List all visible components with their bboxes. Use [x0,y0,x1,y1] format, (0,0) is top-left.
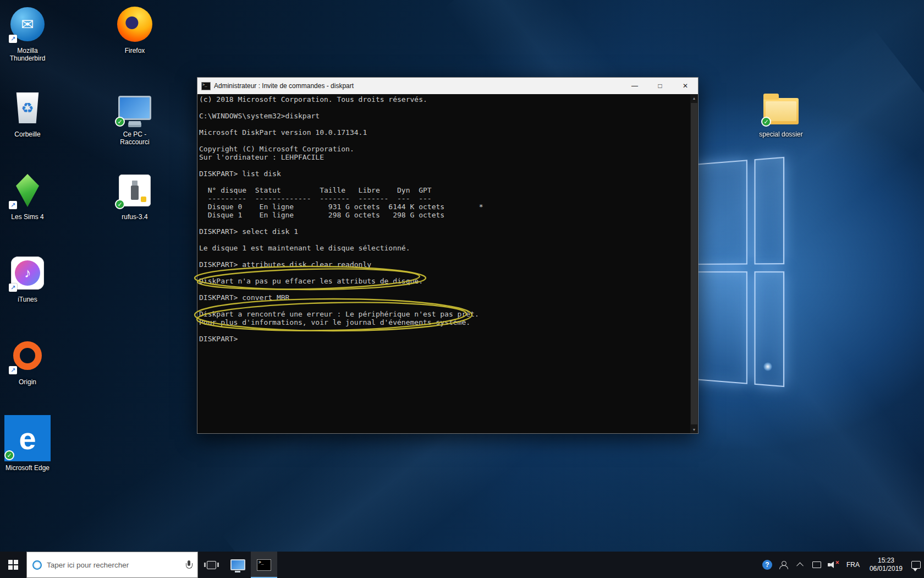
taskbar: >_ ? ✕ FRA 15:23 06/01/2019 [0,552,924,578]
taskbar-app-cmd[interactable]: >_ [251,552,277,578]
desktop: ✉ ↗ Mozilla Thunderbird Firefox ♻ Corbei… [0,0,924,578]
sync-check-icon: ✓ [115,117,125,127]
task-view-icon [207,561,216,569]
edge-e-icon: e [19,421,36,456]
desktop-icon-label: Mozilla Thunderbird [1,47,54,63]
windows-start-icon [8,560,18,570]
desktop-icon-label: Corbeille [14,130,40,138]
desktop-icon-label: rufus-3.4 [122,213,147,221]
desktop-icon-label: Ce PC - Raccourci [108,130,161,146]
taskbar-app-explorer[interactable] [224,552,251,578]
desktop-icon-origin[interactable]: ↗ Origin [1,336,54,386]
volume-muted-icon: ✕ [828,561,839,569]
desktop-icon-les-sims-4[interactable]: ↗ Les Sims 4 [1,171,54,221]
shortcut-arrow-icon: ↗ [9,201,17,209]
music-note-icon: ♪ [24,265,31,281]
clock-time: 15:23 [878,557,894,565]
language-label: FRA [843,561,863,569]
task-view-button[interactable] [198,552,224,578]
cmd-taskbar-icon: >_ [257,559,271,571]
scrollbar-thumb[interactable] [691,103,697,424]
firefox-icon [115,4,155,44]
shortcut-arrow-icon: ↗ [9,35,17,43]
sims-plumbob-icon: ↗ [8,171,47,210]
desktop-icon-thunderbird[interactable]: ✉ ↗ Mozilla Thunderbird [1,4,54,63]
desktop-icon-label: Origin [19,378,36,386]
envelope-icon: ✉ [21,15,34,34]
desktop-icon-itunes[interactable]: ♪ ↗ iTunes [1,253,54,303]
desktop-icon-label: Firefox [125,47,145,54]
minimize-icon: — [631,82,638,90]
system-tray: ? ✕ FRA 15:23 06/01/2019 [759,552,924,578]
desktop-icon-ce-pc[interactable]: ✓ Ce PC - Raccourci [108,88,161,146]
rufus-logo-dot [141,197,146,202]
edge-tile-icon: e ✓ [4,415,51,461]
clock[interactable]: 15:23 06/01/2019 [865,552,908,578]
chevron-up-icon [797,562,804,569]
maximize-icon: □ [658,82,662,90]
windows-logo-pane [694,271,747,384]
search-input[interactable] [47,561,181,569]
computer-icon: ✓ [115,88,155,128]
clock-date: 06/01/2019 [870,565,903,573]
notification-icon [911,561,921,569]
desktop-icon-label: Les Sims 4 [11,213,43,221]
desktop-icon-rufus[interactable]: ✓ rufus-3.4 [108,171,161,221]
console-area[interactable]: (c) 2018 Microsoft Corporation. Tous dro… [197,94,698,433]
close-button[interactable]: ✕ [673,78,698,94]
sync-check-icon: ✓ [761,117,771,127]
itunes-icon: ♪ ↗ [8,253,47,293]
language-indicator[interactable]: FRA [842,552,865,578]
maximize-button[interactable]: □ [647,78,673,94]
console-output[interactable]: (c) 2018 Microsoft Corporation. Tous dro… [197,94,690,433]
sync-check-icon: ✓ [115,199,125,209]
wallpaper-glow-dot [763,362,772,371]
computer-taskbar-icon [230,559,245,570]
close-icon: ✕ [683,82,688,90]
help-icon: ? [762,560,772,570]
microphone-icon[interactable] [186,560,192,570]
window-title: Administrateur : Invite de commandes - d… [214,82,622,90]
shortcut-arrow-icon: ↗ [9,366,17,374]
volume-tray-button[interactable]: ✕ [825,552,842,578]
console-scrollbar[interactable]: ▲ ▼ [690,94,698,433]
desktop-icon-microsoft-edge[interactable]: e ✓ Microsoft Edge [1,415,54,472]
windows-logo-pane [694,160,747,265]
action-center-button[interactable] [908,552,924,578]
desktop-icon-corbeille[interactable]: ♻ Corbeille [1,88,54,138]
recycle-icon: ♻ [21,100,34,117]
origin-icon: ↗ [8,336,47,375]
desktop-icon-label: iTunes [18,296,37,303]
people-icon [779,561,788,569]
hidden-icons-button[interactable] [792,552,809,578]
windows-logo-wallpaper [694,157,784,387]
desktop-icon-special-dossier[interactable]: ✓ special dossier [755,88,807,138]
minimize-button[interactable]: — [622,78,647,94]
desktop-icon-firefox[interactable]: Firefox [108,4,161,54]
scroll-down-icon[interactable]: ▼ [690,426,698,433]
shortcut-arrow-icon: ↗ [9,283,17,292]
help-tray-button[interactable]: ? [759,552,776,578]
console-window-icon: >_ [201,82,211,90]
thunderbird-icon: ✉ ↗ [8,4,47,44]
cortana-icon [32,560,42,570]
taskbar-search[interactable] [26,552,198,578]
usb-drive-icon: ✓ [115,171,155,210]
sync-check-icon: ✓ [4,450,14,460]
display-tray-button[interactable] [809,552,825,578]
folder-icon: ✓ [761,88,801,128]
people-tray-button[interactable] [776,552,792,578]
cmd-window: >_ Administrateur : Invite de commandes … [197,77,698,434]
window-titlebar[interactable]: >_ Administrateur : Invite de commandes … [197,78,698,94]
desktop-icon-label: special dossier [759,130,802,138]
display-icon [812,561,821,568]
scroll-up-icon[interactable]: ▲ [690,94,698,102]
windows-logo-pane [755,157,784,264]
recycle-bin-icon: ♻ [8,88,47,128]
start-button[interactable] [0,552,26,578]
desktop-icon-label: Microsoft Edge [6,464,50,472]
